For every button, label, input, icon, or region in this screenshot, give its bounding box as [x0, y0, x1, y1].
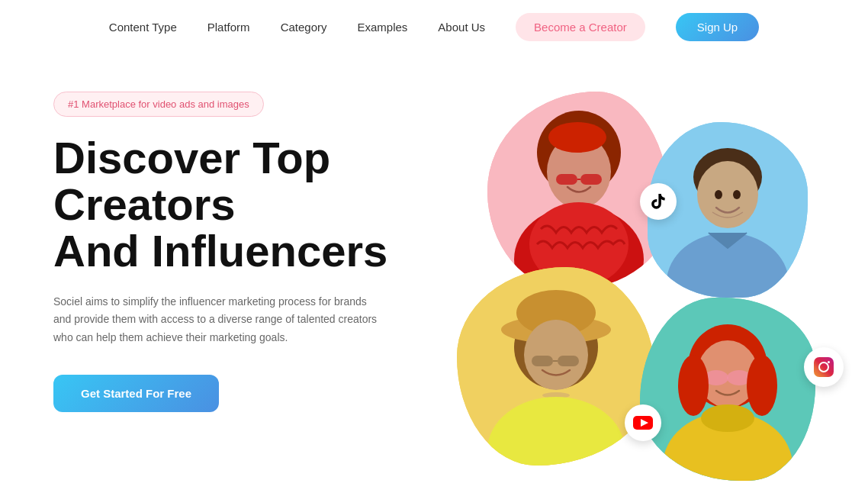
svg-rect-4 — [580, 174, 602, 185]
main-nav: Content Type Platform Category Examples … — [0, 0, 868, 53]
svg-point-11 — [697, 161, 758, 228]
nav-about-us[interactable]: About Us — [438, 21, 485, 34]
hero-title: Discover Top Creators And Influencers — [53, 135, 426, 275]
youtube-icon — [625, 404, 661, 441]
svg-rect-20 — [532, 356, 553, 366]
svg-point-8 — [548, 122, 606, 153]
svg-point-13 — [715, 190, 722, 199]
svg-rect-3 — [556, 174, 577, 185]
sign-up-button[interactable]: Sign Up — [676, 13, 759, 41]
svg-rect-21 — [558, 356, 579, 366]
hero-left: #1 Marketplace for video ads and images … — [53, 76, 426, 412]
get-started-button[interactable]: Get Started For Free — [53, 375, 219, 412]
instagram-svg — [813, 356, 834, 378]
svg-point-19 — [524, 320, 588, 390]
svg-point-32 — [701, 404, 754, 432]
blob-portrait-4 — [640, 298, 815, 481]
nav-category[interactable]: Category — [281, 21, 327, 34]
hero-description: Sociel aims to simplify the influencer m… — [53, 293, 381, 347]
svg-point-14 — [733, 190, 741, 199]
become-creator-button[interactable]: Become a Creator — [516, 13, 645, 41]
youtube-svg — [633, 416, 653, 430]
hero-badge: #1 Marketplace for video ads and images — [53, 92, 264, 117]
nav-content-type[interactable]: Content Type — [109, 21, 177, 34]
instagram-icon — [804, 347, 844, 387]
svg-point-34 — [747, 355, 777, 416]
person-4-svg — [640, 298, 815, 481]
blob-portrait-3 — [457, 267, 655, 466]
svg-rect-37 — [814, 357, 834, 377]
nav-platform[interactable]: Platform — [207, 21, 250, 34]
nav-examples[interactable]: Examples — [358, 21, 408, 34]
svg-point-39 — [828, 361, 830, 363]
hero-collage — [442, 76, 815, 493]
person-3-svg — [457, 267, 655, 466]
svg-point-33 — [678, 355, 709, 416]
hero-section: #1 Marketplace for video ads and images … — [0, 53, 868, 493]
tiktok-svg — [649, 192, 667, 211]
tiktok-icon — [640, 183, 677, 220]
